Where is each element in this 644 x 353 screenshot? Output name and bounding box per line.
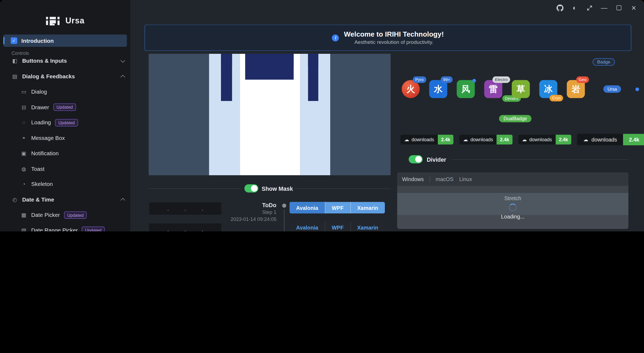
chevron-icon [121, 198, 125, 203]
sidebar-item[interactable]: ▣ Notification [0, 146, 130, 161]
badge-section-pill: Badge [593, 58, 615, 66]
updated-badge: Updated [53, 104, 76, 111]
divider-toggle[interactable] [409, 155, 423, 164]
sidebar-item[interactable]: ◍ Toast [0, 161, 130, 176]
loading-label: Loading... [501, 213, 525, 220]
item-icon: ▦ [20, 212, 27, 218]
divider-line [294, 188, 390, 189]
dot-badge [472, 79, 476, 83]
tab-bar: Windows macOS Linux [397, 172, 628, 186]
badge-tile-grass: 草 [512, 80, 530, 98]
cloud-download-icon: ☁ [463, 137, 468, 142]
tab-content-label: Stretch [504, 195, 521, 201]
downloads-badge: ☁downloads 2.4k [577, 134, 644, 145]
sidebar-item[interactable]: ◔ Skeleton [0, 176, 130, 192]
irihi-logo-icon [46, 15, 61, 26]
badge-tile-rock: 岩 Geo [567, 80, 585, 98]
item-icon: ◓ [20, 135, 27, 141]
sidebar-item[interactable]: ◴ Date & Time [0, 192, 130, 207]
sidebar-item[interactable]: ▧ Date Range Picker Updated [0, 223, 130, 231]
item-icon: ◧ [12, 58, 18, 64]
sidebar-item[interactable]: ◌ Loading Updated [0, 115, 130, 130]
cryo-badge: Cryo [550, 95, 563, 101]
timeline-item: ToDo Step 1 2023-01-14 09:24:05 [225, 202, 286, 231]
divider-label: Divider [427, 156, 446, 163]
introduction-icon: ✓ [11, 37, 17, 44]
downloads-badge: ☁downloads 2.4k [400, 135, 453, 144]
item-icon: ◍ [20, 166, 27, 172]
updated-badge: Updated [55, 119, 78, 126]
sidebar-item[interactable]: ◧ Buttons & Inputs [0, 53, 130, 69]
downloads-label: downloads [592, 136, 617, 143]
downloads-badge-row: ☁downloads 2.4k ☁downloads 2.4k ☁downloa… [400, 134, 644, 145]
dot-badge [635, 87, 639, 91]
maximize-icon[interactable] [615, 4, 622, 11]
close-icon[interactable]: × [630, 4, 637, 11]
tab-macos[interactable]: macOS [436, 176, 453, 182]
item-icon: ▧ [20, 227, 27, 231]
app-logo: Ursa [0, 12, 130, 29]
sidebar-item-label: Date Range Picker [31, 227, 78, 231]
cloud-download-icon: ☁ [404, 137, 409, 142]
badge-tile-fire: 火 Pyro [402, 80, 420, 98]
sidebar-item[interactable]: ▤ Dialog & Feedbacks [0, 69, 130, 84]
pyro-badge: Pyro [413, 76, 426, 83]
titlebar: ◐ — × [556, 0, 644, 16]
theme-toggle-icon[interactable]: ◐ [571, 4, 578, 11]
fullscreen-icon[interactable] [586, 4, 593, 11]
sidebar-item-label: Date Picker [31, 212, 60, 218]
updated-badge: Updated [64, 211, 87, 218]
downloads-label: downloads [411, 137, 434, 142]
loading-demo-panel: Windows macOS Linux Stretch Loading... [397, 172, 628, 229]
time-box-input[interactable]: ... [149, 223, 222, 231]
sidebar-item-label: Drawer [31, 104, 49, 110]
group-button[interactable]: WPF [325, 222, 350, 231]
sidebar-item[interactable]: ⊟ Drawer Updated [0, 100, 130, 115]
show-mask-toggle[interactable] [244, 184, 258, 193]
tab-linux[interactable]: Linux [459, 176, 472, 182]
sidebar-item[interactable]: ▭ Dialog [0, 84, 130, 100]
info-icon: i [332, 34, 339, 41]
ursa-badge: Ursa [603, 85, 621, 93]
divider-line [452, 159, 628, 160]
item-icon: ◔ [20, 181, 27, 187]
count-badge: 99+ [441, 76, 453, 83]
github-icon[interactable] [556, 4, 563, 11]
sidebar-item-label: Dialog [31, 89, 47, 95]
time-box-input[interactable]: ... [149, 202, 222, 215]
tab-windows[interactable]: Windows [402, 176, 424, 182]
sidebar-item-label: Toast [31, 166, 44, 172]
downloads-count: 2.4k [623, 134, 644, 145]
sidebar-item-label: Message Box [31, 135, 65, 141]
sidebar-item-label: Loading [31, 119, 51, 126]
item-icon: ▤ [12, 73, 18, 80]
group-button[interactable]: WPF [325, 202, 350, 214]
chevron-icon [121, 58, 125, 63]
group-button[interactable]: Avalonia [290, 202, 325, 214]
timeline-step: Step 1 [225, 209, 276, 216]
banner-title: Welcome to IRIHI Technology! [344, 30, 444, 39]
group-button[interactable]: Avalonia [290, 222, 325, 231]
downloads-label: downloads [470, 137, 493, 142]
badge-tile-wind: 风 [457, 80, 475, 98]
welcome-banner: i Welcome to IRIHI Technology! Aesthetic… [145, 25, 631, 51]
group-button[interactable]: Xamarin [350, 202, 385, 214]
item-icon: ▣ [20, 150, 27, 157]
geo-badge: Geo [576, 76, 589, 83]
group-button[interactable]: Xamarin [350, 222, 385, 231]
downloads-count: 2.4k [497, 135, 513, 144]
sidebar-item-introduction[interactable]: ✓ Introduction [3, 34, 127, 47]
main-content: ◐ — × i Welcome to IRIHI Technology! Aes… [130, 0, 644, 231]
downloads-count: 2.4k [438, 135, 454, 144]
dual-badge-pill: DualBadge [499, 115, 531, 122]
sidebar: Ursa ✓ Introduction Controls ◧ Buttons &… [0, 0, 130, 231]
timeline-time: 2023-01-14 09:24:05 [225, 216, 276, 223]
sidebar-item[interactable]: ▦ Date Picker Updated [0, 207, 130, 223]
item-icon: ◴ [12, 196, 18, 203]
item-icon: ◌ [20, 119, 27, 126]
banner-subtitle: Aesthetic revolution of productivity. [344, 39, 444, 46]
tab-separator [430, 176, 430, 182]
sidebar-item[interactable]: ◓ Message Box [0, 130, 130, 146]
loading-spinner-icon [509, 203, 517, 211]
minimize-icon[interactable]: — [600, 4, 608, 11]
